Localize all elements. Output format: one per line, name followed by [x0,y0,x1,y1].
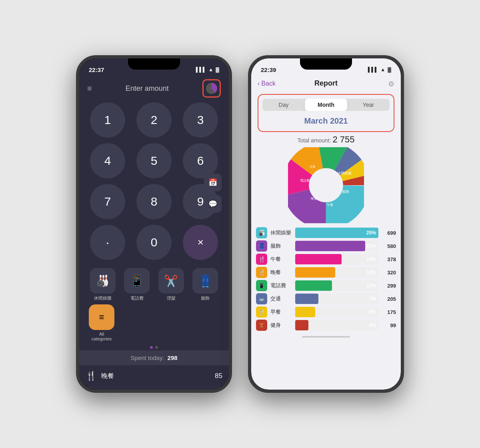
bar-icon-lunch: 🍴 [256,254,267,265]
num-btn-5[interactable]: 5 [136,143,172,178]
tx-dinner-amount: 85 [215,372,222,380]
bar-list: 🎳 休閒娛樂 25% 699 👖 服飾 21% 580 🍴 午餐 [251,226,401,334]
bar-name-phonecat: 電話費 [270,282,292,289]
bar-name-lunch: 午餐 [270,256,292,263]
num-btn-1[interactable]: 1 [90,102,125,138]
pie-label-clothes: 服飾 [342,190,349,194]
bar-track-breakfast: 6% [295,307,378,317]
bar-name-leisure: 休閒娛樂 [270,229,292,236]
menu-icon[interactable]: ≡ [87,84,92,93]
num-btn-6[interactable]: 6 [183,143,218,178]
bar-track-phonecat: 11% [295,280,378,291]
bar-icon-transport: 🚌 [256,293,267,304]
settings-icon[interactable]: ⚙ [388,80,394,88]
leisure-label: 休閒娛樂 [94,295,112,301]
bar-name-breakfast: 早餐 [270,308,292,316]
spent-today-label: Spent today: [130,354,164,361]
wifi-icon: ▲ [208,67,213,72]
signal-icon-2: ▌▌▌ [368,67,378,72]
num-btn-8[interactable]: 8 [136,184,172,219]
report-title: Report [314,79,338,88]
period-container: Day Month Year March 2021 [258,94,394,132]
phone-2: 22:39 ▌▌▌ ▲ ▓ ‹ Back Report ⚙ Day Month … [248,55,404,393]
back-label: Back [261,80,276,87]
bar-name-transport: 交通 [270,295,292,302]
tx-dinner-icon: 🍴 [86,371,96,381]
bar-item-clothes: 👖 服飾 21% 580 [256,240,396,252]
comment-button[interactable]: 💬 [204,195,222,213]
dot-2 [155,346,158,349]
phone-notch-1 [128,58,180,70]
bar-name-gym: 健身 [270,322,292,329]
battery-icon: ▓ [216,67,219,72]
phone-label: 電話費 [130,295,144,301]
category-hair[interactable]: ✂️ 理髮 [158,268,184,301]
bar-icon-gym: 🏋 [256,320,267,331]
period-tabs: Day Month Year [262,99,390,111]
phone1-header: ≡ Enter amount [79,76,229,102]
pie-label-phone: 電話費 [300,179,310,182]
page-dots [79,344,229,350]
pie-svg: 休閒娛樂 服飾 午餐 晚餐 電話費 交通 [288,147,364,223]
bar-item-transport: 🚌 交通 7% 205 [256,293,396,304]
hair-label: 理髮 [167,295,176,301]
total-label: Total amount: [297,137,331,144]
phone-1-screen: 22:37 ▌▌▌ ▲ ▓ ≡ Enter amount 1 2 3 4 5 6… [79,58,229,390]
bar-item-leisure: 🎳 休閒娛樂 25% 699 [256,227,396,238]
tab-day[interactable]: Day [262,99,305,111]
spent-today-value: 298 [168,354,178,361]
num-btn-7[interactable]: 7 [90,184,125,219]
bar-track-lunch: 14% [295,254,378,264]
phone-icon: 📱 [124,268,150,294]
category-clothes[interactable]: 👖 服飾 [192,268,218,301]
num-btn-2[interactable]: 2 [136,102,172,138]
category-leisure[interactable]: 🎳 休閒娛樂 [90,268,116,301]
signal-icon: ▌▌▌ [196,67,206,72]
bar-item-lunch: 🍴 午餐 14% 378 [256,254,396,265]
bar-name-clothes: 服飾 [270,242,292,250]
bar-item-phonecat: 📱 電話費 11% 299 [256,280,396,291]
bar-track-gym: 4% [295,320,378,330]
phone-2-screen: 22:39 ▌▌▌ ▲ ▓ ‹ Back Report ⚙ Day Month … [251,58,401,390]
num-btn-del[interactable]: ✕ [183,225,218,260]
status-time-1: 22:37 [89,66,104,73]
report-chart-icon [206,83,217,94]
enter-amount-label: Enter amount [126,84,169,93]
phone-1: 22:37 ▌▌▌ ▲ ▓ ≡ Enter amount 1 2 3 4 5 6… [76,55,232,393]
status-icons-1: ▌▌▌ ▲ ▓ [196,67,219,72]
num-btn-0[interactable]: 0 [136,225,172,260]
total-value: 2 755 [332,134,354,144]
bar-item-breakfast: 🍴 早餐 6% 175 [256,306,396,318]
category-all[interactable]: ≡ Allcategories [89,304,114,341]
tx-dinner[interactable]: 🍴 晚餐 85 [86,365,222,387]
phone-notch-2 [300,58,352,70]
bar-track-clothes: 21% [295,241,378,251]
back-button[interactable]: ‹ Back [258,80,276,87]
tab-month[interactable]: Month [305,99,347,111]
bar-item-gym: 🏋 健身 4% 99 [256,320,396,331]
transaction-list: 🍴 晚餐 85 🏋 健身 99 🍴 早餐 35 [79,365,229,390]
pie-center [311,170,341,200]
category-phone[interactable]: 📱 電話費 [124,268,150,301]
num-btn-3[interactable]: 3 [183,102,218,138]
categories-row: 🎳 休閒娛樂 📱 電話費 ✂️ 理髮 👖 服飾 [79,260,229,303]
calendar-button[interactable]: 📅 [204,174,222,191]
num-btn-4[interactable]: 4 [90,143,125,178]
tx-dinner-name: 晚餐 [101,372,114,380]
hair-icon: ✂️ [158,268,184,294]
tab-year[interactable]: Year [347,99,390,111]
report-button[interactable] [202,79,221,98]
pie-label-leisure: 休閒娛樂 [337,171,352,175]
bar-track-transport: 7% [295,294,378,304]
clothes-icon: 👖 [192,268,218,294]
status-time-2: 22:39 [261,66,276,73]
categories-row2: ≡ Allcategories [79,303,229,344]
back-chevron: ‹ [258,80,260,87]
all-icon: ≡ [89,304,114,330]
num-btn-dot[interactable]: · [90,225,125,260]
tx-gym[interactable]: 🏋 健身 99 [86,387,222,390]
bar-icon-leisure: 🎳 [256,227,267,238]
pie-label-dinner: 晚餐 [311,197,317,200]
phone2-header: ‹ Back Report ⚙ [251,76,401,92]
clothes-label: 服飾 [201,295,210,301]
